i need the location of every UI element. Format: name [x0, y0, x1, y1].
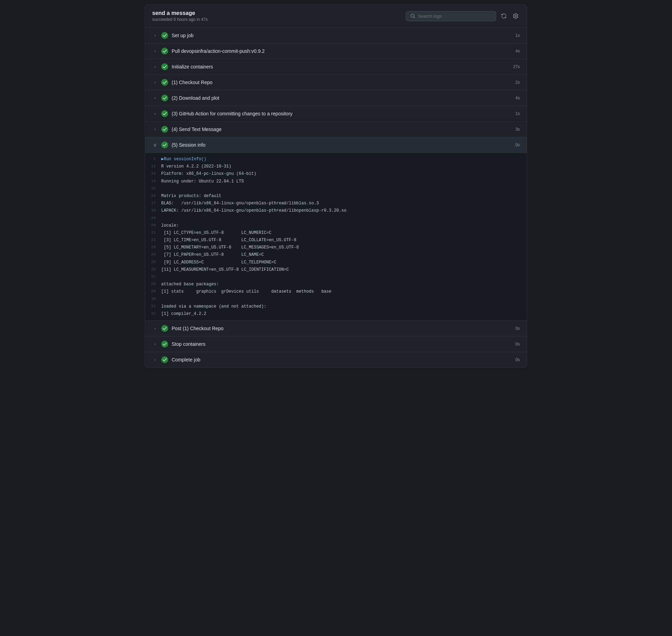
line-content [161, 274, 520, 280]
line-number: 16 [149, 193, 161, 199]
job-label: Complete job [172, 357, 512, 362]
success-icon [161, 356, 168, 363]
job-duration: 1s [515, 111, 520, 116]
line-content: LAPACK: /usr/lib/x86_64-linux-gnu/openbl… [161, 207, 520, 214]
line-content: Matrix products: default [161, 193, 520, 199]
line-number: 27 [149, 274, 161, 280]
log-line: 1 ▶Run sessionInfo() [145, 156, 527, 163]
job-label: Post (1) Checkout Repo [172, 326, 512, 331]
success-icon [161, 126, 168, 133]
line-number: 32 [149, 311, 161, 317]
line-number: 19 [149, 215, 161, 221]
line-content: attached base packages: [161, 281, 520, 288]
line-content: [3] LC_TIME=en_US.UTF-8 LC_COLLATE=en_US… [161, 237, 520, 244]
job-label: Set up job [172, 33, 512, 38]
settings-button[interactable] [511, 12, 520, 20]
log-line: 25 [9] LC_ADDRESS=C LC_TELEPHONE=C [145, 259, 527, 266]
job-row[interactable]: › Post (1) Checkout Repo 0s [145, 321, 527, 336]
success-icon [161, 325, 168, 332]
job-label: (3) GitHub Action for committing changes… [172, 111, 512, 116]
job-row[interactable]: › Pull devopsinfra/action-commit-push:v0… [145, 43, 527, 59]
line-number: 26 [149, 267, 161, 273]
line-content [161, 215, 520, 222]
refresh-button[interactable] [500, 12, 508, 20]
job-label: (5) Session info [172, 142, 512, 148]
page-title: send a message [152, 10, 208, 16]
log-line: 26 [11] LC_MEASUREMENT=en_US.UTF-8 LC_ID… [145, 266, 527, 274]
job-duration: 2s [515, 80, 520, 85]
line-content: [1] stats graphics grDevices utils datas… [161, 288, 520, 295]
line-number: 29 [149, 288, 161, 295]
log-line: 21 [1] LC_CTYPE=en_US.UTF-8 LC_NUMERIC=C [145, 229, 527, 237]
line-number: 21 [149, 230, 161, 236]
chevron-right-icon: › [152, 80, 158, 85]
log-line: 28 attached base packages: [145, 281, 527, 288]
line-number: 20 [149, 222, 161, 229]
job-row[interactable]: › Set up job 1s [145, 28, 527, 43]
line-content: locale: [161, 222, 520, 229]
main-container: send a message succeeded 6 hours ago in … [145, 4, 527, 368]
line-number: 24 [149, 252, 161, 258]
line-number: 1 [149, 156, 161, 162]
line-number: 30 [149, 296, 161, 302]
chevron-right-icon: › [152, 64, 158, 69]
job-label: (1) Checkout Repo [172, 80, 512, 85]
job-duration: 27s [513, 64, 520, 69]
line-number: 13 [149, 171, 161, 177]
line-content: [7] LC_PAPER=en_US.UTF-8 LC_NAME=C [161, 252, 520, 258]
job-label: Initialize containers [172, 64, 510, 70]
job-row[interactable]: › Complete job 0s [145, 352, 527, 367]
line-content: [1] LC_CTYPE=en_US.UTF-8 LC_NUMERIC=C [161, 230, 520, 236]
chevron-right-icon: › [152, 326, 158, 331]
line-content: BLAS: /usr/lib/x86_64-linux-gnu/openblas… [161, 200, 520, 207]
gear-icon [513, 13, 518, 19]
log-line: 30 [145, 296, 527, 303]
line-content: Platform: x86_64-pc-linux-gnu (64-bit) [161, 171, 520, 177]
log-line: 15 [145, 185, 527, 193]
job-row[interactable]: › (3) GitHub Action for committing chang… [145, 106, 527, 122]
job-row-expanded[interactable]: ∨ (5) Session info 0s [145, 137, 527, 153]
header-left: send a message succeeded 6 hours ago in … [152, 10, 208, 22]
search-box[interactable] [406, 11, 496, 21]
line-number: 31 [149, 303, 161, 310]
job-row[interactable]: › (1) Checkout Repo 2s [145, 75, 527, 90]
chevron-right-icon: › [152, 111, 158, 116]
log-line: 17 BLAS: /usr/lib/x86_64-linux-gnu/openb… [145, 200, 527, 207]
chevron-right-icon: › [152, 342, 158, 346]
log-line: 31 loaded via a namespace (and not attac… [145, 303, 527, 310]
job-duration: 4s [515, 49, 520, 54]
header-right [406, 11, 520, 21]
log-line: 29 [1] stats graphics grDevices utils da… [145, 288, 527, 295]
line-content [161, 296, 520, 303]
search-icon [410, 14, 415, 18]
job-label: (4) Send Text Message [172, 127, 512, 132]
chevron-right-icon: › [152, 49, 158, 54]
job-label: (2) Download and plot [172, 95, 512, 101]
line-number: 23 [149, 244, 161, 251]
line-number: 14 [149, 178, 161, 185]
job-row[interactable]: › Stop containers 0s [145, 336, 527, 352]
search-input[interactable] [418, 14, 492, 19]
line-content: [9] LC_ADDRESS=C LC_TELEPHONE=C [161, 259, 520, 266]
log-line: 19 [145, 215, 527, 222]
log-line: 12 R version 4.2.2 (2022-10-31) [145, 163, 527, 170]
chevron-right-icon: › [152, 96, 158, 100]
job-row[interactable]: › (2) Download and plot 4s [145, 90, 527, 106]
log-line: 23 [5] LC_MONETARY=en_US.UTF-8 LC_MESSAG… [145, 244, 527, 251]
job-row[interactable]: › Initialize containers 27s [145, 59, 527, 75]
job-label: Stop containers [172, 341, 512, 347]
line-number: 17 [149, 200, 161, 206]
line-content: ▶Run sessionInfo() [161, 156, 520, 163]
chevron-right-icon: › [152, 33, 158, 38]
line-number: 18 [149, 207, 161, 214]
log-line: 16 Matrix products: default [145, 193, 527, 200]
success-icon [161, 341, 168, 348]
log-line: 14 Running under: Ubuntu 22.04.1 LTS [145, 178, 527, 185]
log-line: 32 [1] compiler_4.2.2 [145, 310, 527, 318]
line-content: [1] compiler_4.2.2 [161, 311, 520, 317]
chevron-right-icon: › [152, 127, 158, 132]
line-number: 22 [149, 237, 161, 243]
job-duration: 4s [515, 96, 520, 100]
refresh-icon [501, 13, 507, 19]
job-row[interactable]: › (4) Send Text Message 3s [145, 122, 527, 137]
